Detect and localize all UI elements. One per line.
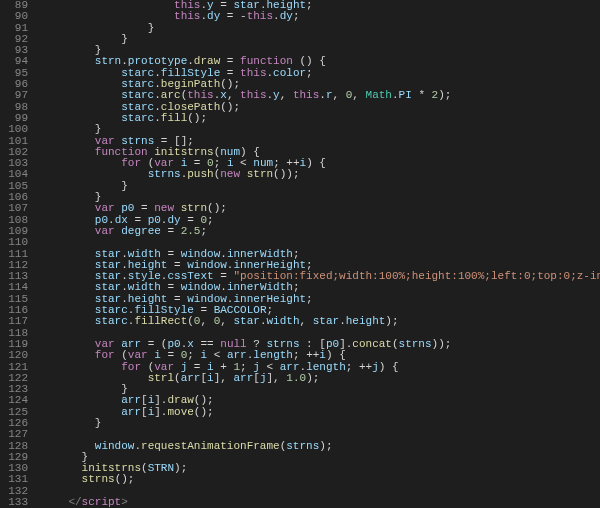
token-id: i — [227, 157, 234, 169]
code-area[interactable]: this.y = star.height; this.dy = -this.dy… — [38, 0, 600, 508]
token-pn: = — [181, 214, 201, 226]
token-kw: for — [121, 157, 141, 169]
token-pn: . — [220, 248, 227, 260]
token-id: strns — [399, 338, 432, 350]
token-pn: (); — [115, 473, 135, 485]
code-line[interactable]: starc.fill(); — [42, 113, 600, 124]
token-id: innerHeight — [233, 259, 306, 271]
token-kw: this — [187, 89, 213, 101]
line-number: 100 — [0, 124, 28, 135]
token-pn: = — [161, 349, 181, 361]
token-pn: . — [154, 101, 161, 113]
token-id: i — [319, 349, 326, 361]
token-id: p0 — [167, 338, 180, 350]
token-pn: ) { — [379, 361, 399, 373]
token-id: star — [313, 315, 339, 327]
token-id: p0 — [121, 202, 134, 214]
token-pn: . — [392, 89, 399, 101]
token-pn: . — [187, 55, 194, 67]
token-fn: arc — [161, 89, 181, 101]
token-kw: null — [220, 338, 246, 350]
token-pn: ; — [214, 157, 227, 169]
token-id: width — [128, 248, 161, 260]
token-pn: . — [154, 89, 161, 101]
code-line[interactable]: } — [42, 181, 600, 192]
code-line[interactable]: window.requestAnimationFrame(strns); — [42, 441, 600, 452]
token-pn: ( — [141, 157, 154, 169]
line-number-gutter: 8990919293949596979899100101102103104105… — [0, 0, 38, 508]
token-pn: . — [121, 259, 128, 271]
token-id: dy — [280, 10, 293, 22]
token-kw: var — [128, 349, 148, 361]
code-line[interactable]: arr[i].move(); — [42, 407, 600, 418]
token-pn: = — [167, 293, 187, 305]
token-pn: ; — [293, 10, 300, 22]
token-pn: } — [95, 417, 102, 429]
code-editor[interactable]: 8990919293949596979899100101102103104105… — [0, 0, 600, 508]
token-pn: = ( — [141, 338, 167, 350]
token-pn: < — [207, 349, 227, 361]
token-fn: strl — [148, 372, 174, 384]
code-line[interactable]: } — [42, 418, 600, 429]
token-num: 1.0 — [286, 372, 306, 384]
token-pn: . — [121, 293, 128, 305]
token-id: starc — [95, 304, 128, 316]
token-pn — [174, 157, 181, 169]
token-kw: this — [240, 67, 266, 79]
token-id: length — [306, 361, 346, 373]
code-line[interactable]: strns(); — [42, 474, 600, 485]
token-pn: . — [121, 55, 128, 67]
token-kw: var — [154, 157, 174, 169]
token-id: window — [181, 281, 221, 293]
token-pn: . — [108, 214, 115, 226]
token-fn: move — [167, 406, 193, 418]
token-pn: : [ — [300, 338, 326, 350]
token-pn: ( — [392, 338, 399, 350]
token-str: "position:fixed;width:100%;height:100%;l… — [233, 270, 600, 282]
token-id: length — [253, 349, 293, 361]
token-pn: ]. — [154, 406, 167, 418]
token-fn: draw — [167, 394, 193, 406]
code-line[interactable]: var degree = 2.5; — [42, 226, 600, 237]
token-fn: strns — [82, 473, 115, 485]
token-pn: ; ++ — [273, 157, 299, 169]
token-pn: ( — [174, 372, 181, 384]
code-line[interactable]: } — [42, 34, 600, 45]
token-kw: function — [240, 55, 293, 67]
token-pn: ) { — [326, 349, 346, 361]
token-id: window — [187, 259, 227, 271]
token-pn: ); — [174, 462, 187, 474]
token-pn: } — [95, 191, 102, 203]
token-pn: ; — [306, 259, 313, 271]
line-number: 120 — [0, 350, 28, 361]
token-id: star — [95, 270, 121, 282]
token-id: strns — [121, 135, 154, 147]
token-id: arr — [280, 361, 300, 373]
token-id: arr — [121, 394, 141, 406]
token-id: num — [220, 146, 240, 158]
token-fn: beginPath — [161, 78, 220, 90]
token-pn: ); — [319, 440, 332, 452]
token-pn: . — [319, 89, 326, 101]
token-id: num — [253, 157, 273, 169]
token-id: arr — [181, 372, 201, 384]
token-fn: requestAnimationFrame — [141, 440, 280, 452]
token-id: fillStyle — [134, 304, 193, 316]
token-kw: var — [95, 135, 115, 147]
token-id: arr — [233, 372, 253, 384]
token-fn: initstrns — [154, 146, 213, 158]
token-id: star — [95, 248, 121, 260]
token-pn: ) { — [306, 157, 326, 169]
token-pn: (); — [187, 112, 207, 124]
token-id: STRN — [148, 462, 174, 474]
token-pn: ; — [187, 349, 200, 361]
token-pn: () { — [293, 55, 326, 67]
token-kw: var — [95, 338, 115, 350]
code-line[interactable]: starc.fillRect(0, 0, star.width, star.he… — [42, 316, 600, 327]
token-id: arr — [121, 406, 141, 418]
token-id: star — [95, 281, 121, 293]
code-line[interactable]: </script> — [42, 497, 600, 508]
token-tag: </ — [68, 496, 81, 508]
token-pn: ()); — [273, 168, 299, 180]
token-pn: ; ++ — [346, 361, 372, 373]
